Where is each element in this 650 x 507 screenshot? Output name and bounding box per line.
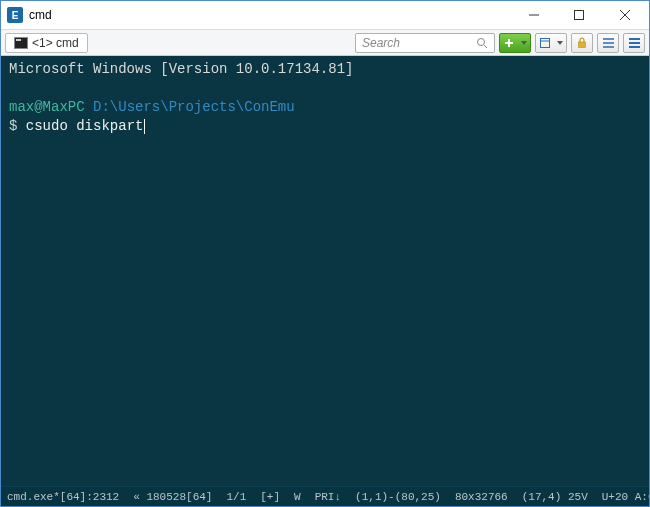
console-icon — [14, 37, 28, 49]
menu-hamburger-button[interactable] — [623, 33, 645, 53]
statusbar: cmd.exe*[64]:2312 « 180528[64] 1/1 [+] W… — [1, 486, 649, 506]
menu-icon — [629, 38, 640, 48]
window-mode-button[interactable] — [535, 33, 567, 53]
tab-cmd[interactable]: <1> cmd — [5, 33, 88, 53]
tab-label: <1> cmd — [32, 36, 79, 50]
close-button[interactable] — [601, 1, 649, 29]
list-icon — [603, 38, 614, 48]
terminal-line: Microsoft Windows [Version 10.0.17134.81… — [9, 60, 641, 79]
svg-point-4 — [478, 38, 485, 45]
status-cursor-pos: (1,1)-(80,25) — [355, 491, 441, 503]
maximize-button[interactable] — [556, 1, 601, 29]
terminal-blank — [9, 79, 641, 98]
new-console-button[interactable] — [499, 33, 531, 53]
status-right: U+20 A:07 10284 — [602, 491, 649, 503]
app-window: E cmd <1> cmd Search — [0, 0, 650, 507]
app-icon: E — [7, 7, 23, 23]
window-icon — [540, 38, 550, 48]
prompt-symbol: $ — [9, 118, 17, 134]
lock-button[interactable] — [571, 33, 593, 53]
status-w: W — [294, 491, 301, 503]
terminal-area[interactable]: Microsoft Windows [Version 10.0.17134.81… — [1, 56, 649, 486]
maximize-icon — [574, 10, 584, 20]
lock-icon — [577, 37, 587, 48]
close-icon — [620, 10, 630, 20]
menu-list-button[interactable] — [597, 33, 619, 53]
status-priority: PRI↓ — [315, 491, 341, 503]
svg-rect-10 — [579, 42, 586, 48]
minimize-button[interactable] — [511, 1, 556, 29]
svg-rect-8 — [540, 38, 549, 47]
status-pane: 1/1 — [226, 491, 246, 503]
chevron-down-icon — [521, 41, 527, 45]
plus-icon — [504, 38, 514, 48]
status-build: « 180528[64] — [133, 491, 212, 503]
status-xy: (17,4) 25V — [522, 491, 588, 503]
status-plus: [+] — [260, 491, 280, 503]
search-input[interactable]: Search — [355, 33, 495, 53]
toolbar: <1> cmd Search — [1, 30, 649, 56]
prompt-user: max@MaxPC — [9, 99, 85, 115]
svg-rect-1 — [574, 11, 583, 20]
terminal-command-line: $ csudo diskpart — [9, 117, 641, 136]
svg-line-5 — [484, 45, 487, 48]
search-placeholder: Search — [362, 36, 400, 50]
chevron-down-icon — [557, 41, 563, 45]
prompt-path: D:\Users\Projects\ConEmu — [93, 99, 295, 115]
status-process: cmd.exe*[64]:2312 — [7, 491, 119, 503]
command-text: csudo diskpart — [26, 118, 144, 134]
search-icon — [476, 37, 488, 49]
minimize-icon — [529, 10, 539, 20]
titlebar: E cmd — [1, 1, 649, 30]
terminal-prompt-line: max@MaxPC D:\Users\Projects\ConEmu — [9, 98, 641, 117]
status-size: 80x32766 — [455, 491, 508, 503]
window-title: cmd — [29, 8, 511, 22]
text-cursor — [144, 119, 145, 134]
window-controls — [511, 1, 649, 29]
